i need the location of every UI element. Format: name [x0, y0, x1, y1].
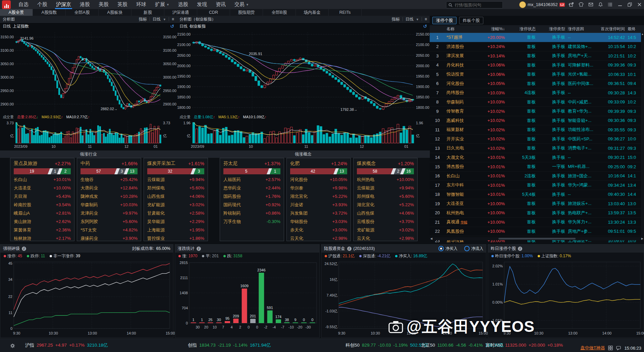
tab-全部A股[interactable]: 全部A股: [66, 9, 99, 16]
table-row[interactable]: 19大连圣亚+10.00%首板换手板旅游娱乐+...13:03:4013:0: [430, 199, 644, 209]
stock-row[interactable]: 莱茵体育+2.36%: [14, 226, 71, 234]
stock-row[interactable]: 甘肃能化+2.58%: [147, 209, 204, 217]
tab-A股全景[interactable]: A股全景: [0, 9, 33, 16]
column-header-6[interactable]: 首次涨停时间: [598, 26, 626, 32]
stock-row[interactable]: 湖北宜化+5.22%: [357, 201, 414, 209]
menu-item-资讯[interactable]: 资讯: [211, 0, 230, 9]
tab-沪深港通[interactable]: 沪深港通: [164, 9, 197, 16]
table-row[interactable]: 6河化股份+10.05%首板换手板医药中间体...09:36:5109:4: [430, 79, 644, 89]
table-row[interactable]: 3津滨发展+10.14%首板换手板房地产+天...10:21:5110:2: [430, 51, 644, 61]
scroll-right-icon[interactable]: ▶: [641, 237, 643, 240]
radio-净流入[interactable]: 净流入: [464, 246, 483, 252]
tab-A股指数[interactable]: A股指数: [33, 9, 66, 16]
message-icon[interactable]: [616, 346, 621, 350]
tab-REITs[interactable]: REITs: [329, 9, 362, 16]
menu-item-发现[interactable]: 发现: [193, 0, 211, 9]
tab-股指期货[interactable]: 股指期货: [230, 9, 263, 16]
tab-新股[interactable]: 新股: [131, 9, 164, 16]
tab-CDR[interactable]: CDR: [197, 9, 230, 16]
undo-icon[interactable]: ↺: [423, 24, 427, 29]
sector-card[interactable]: 景点及旅游+2.27%1912长白山+10.01%大连圣亚+10.00%天目湖+…: [10, 158, 74, 241]
menu-item-环球[interactable]: 环球: [132, 0, 151, 9]
stock-row[interactable]: 杭州热电+10.00%: [357, 175, 414, 184]
tab-涨停个股[interactable]: 涨停个股: [432, 17, 457, 24]
stock-row[interactable]: 华锦股份+3.03%: [290, 217, 347, 226]
grid-icon[interactable]: [608, 346, 613, 350]
stock-row[interactable]: 人福医药+2.57%: [223, 175, 280, 184]
t-trade-tool-link[interactable]: 盘中做T神器: [580, 345, 605, 351]
table-row[interactable]: 20杭州热电+10.00%首板换手板热电联产+...13:59:3713:5: [430, 209, 644, 218]
radio-净买入[interactable]: 净买入: [438, 246, 458, 252]
table-row[interactable]: 5悦达投资+10.06%首板换手板光伏+氢能...10:06:3310:1: [430, 70, 644, 79]
stock-row[interactable]: 龙津药业+9.97%: [80, 209, 138, 217]
stock-row[interactable]: 云天化+2.98%: [290, 234, 347, 241]
stock-row[interactable]: 恩华药业+2.44%: [223, 184, 280, 192]
stock-row[interactable]: 昊华能源+2.29%: [147, 217, 204, 226]
table-row[interactable]: 14大晟文化+10.01%5天3板换手板--09:30:2115:0: [430, 153, 644, 163]
table-row[interactable]: 9传智教育+10.02%首板换手板教育+华为...09:39:3909:3: [430, 107, 644, 116]
sector-card[interactable]: 化肥+1.24%4213河化股份+10.05%华尔泰+9.98%湖北宜化+5.2…: [286, 158, 351, 241]
column-header-2[interactable]: 涨幅%↓: [477, 26, 506, 32]
stock-row[interactable]: 大连圣亚+10.00%: [14, 184, 71, 192]
menu-item-沪深京[interactable]: 沪深京: [52, 0, 75, 9]
menu-lines-icon[interactable]: ≡: [172, 17, 174, 21]
restore-icon[interactable]: [627, 2, 632, 7]
period-dropdown[interactable]: 日线 ▼: [406, 16, 419, 22]
stock-row[interactable]: 国药现代+0.92%: [223, 201, 280, 209]
stock-row[interactable]: 东阿阿胶+5.60%: [80, 217, 138, 226]
stock-row[interactable]: 湖北宜化+5.22%: [290, 192, 347, 201]
menu-item-扩展[interactable]: 扩展▼: [151, 0, 174, 9]
table-row[interactable]: 12开开实业+10.02%首板换手板中医药+SP...09:36:2710:0: [430, 135, 644, 144]
scroll-left-icon[interactable]: ◀: [430, 237, 432, 240]
scroll-thumb[interactable]: [498, 238, 576, 239]
close-icon[interactable]: [637, 2, 642, 7]
stock-row[interactable]: 河化股份+10.05%: [290, 175, 347, 184]
stock-row[interactable]: 天目湖+5.43%: [14, 192, 71, 201]
table-row[interactable]: 4丹化科技+10.06%首板换手板可降解塑料...09:39:3609:3: [430, 61, 644, 70]
table-row[interactable]: 18智微智能+10.01%5天4板换手板--09:40:3014:4: [430, 190, 644, 200]
stock-row[interactable]: *ST太安+4.82%: [80, 226, 138, 234]
stock-row[interactable]: 黄山旅游+2.62%: [14, 217, 71, 226]
sector-card[interactable]: 煤炭开采加工+1.61%323云煤能源+9.94%郑州煤电+5.60%山西焦煤+…: [144, 158, 208, 241]
user-area[interactable]: mx_184106352 L2 ▼: [519, 0, 571, 9]
stock-row[interactable]: 郑州煤电+5.60%: [147, 184, 204, 192]
horizontal-scrollbar[interactable]: ◀▶: [430, 237, 644, 240]
menu-item-自选[interactable]: 自选: [14, 0, 33, 9]
info-icon[interactable]: i: [347, 247, 352, 251]
menu-item-交易[interactable]: 交易▼: [230, 0, 253, 9]
column-header-4[interactable]: 涨停类型: [537, 26, 567, 32]
table-row[interactable]: 21真视通华鲲+10.00%首板换手板华为算力+...13:30:2413:3: [430, 218, 644, 227]
tab-场内基金[interactable]: 场内基金: [296, 9, 329, 16]
column-header-1[interactable]: 名称: [445, 26, 477, 32]
sector-card[interactable]: 芬太尼+1.37%51人福医药+2.57%恩华药业+2.44%国药股份+1.76…: [220, 158, 284, 241]
index-quote-沪指[interactable]: 沪指2967.25+4.97+0.17%3210.18亿: [25, 342, 110, 348]
list-icon[interactable]: [608, 2, 613, 7]
index-quote-富时A50[interactable]: 富时A5011325.000+20.000+0.18%: [486, 342, 565, 348]
stock-row[interactable]: 川金诺+3.93%: [290, 201, 347, 209]
stock-row[interactable]: 兖矿能源+3.02%: [147, 201, 204, 209]
indicator-button[interactable]: 指标: [392, 16, 400, 22]
skin-shirt-icon[interactable]: [579, 2, 584, 7]
table-row[interactable]: 15博杰股份+10.01%首板一字板MR+机器...09:25:0009:2: [430, 162, 644, 172]
menu-item-选股[interactable]: 选股: [174, 0, 193, 9]
stock-row[interactable]: 晋控煤业+1.86%: [147, 234, 204, 241]
radio-circle-icon[interactable]: [464, 246, 470, 251]
indicator-button[interactable]: 指标: [139, 16, 147, 22]
index-quote-科创50[interactable]: 科创50829.77-10.03-1.19%502.57亿: [345, 342, 431, 348]
stock-row[interactable]: 生物谷+25.42%: [80, 175, 138, 184]
stock-row[interactable]: 岭南控股+3.54%: [14, 201, 71, 209]
stock-row[interactable]: 云煤能源+9.94%: [357, 184, 414, 192]
search-box[interactable]: [446, 1, 503, 8]
period-dropdown[interactable]: 日线 ▼: [153, 16, 166, 22]
sector-card[interactable]: 煤炭概念+1.20%58216杭州热电+10.00%云煤能源+9.94%郑州煤电…: [353, 158, 418, 241]
menu-item-美股[interactable]: 美股: [94, 0, 113, 9]
vertical-scrollbar[interactable]: ▲: [641, 33, 644, 241]
stock-row[interactable]: 长白山+10.01%: [14, 175, 71, 184]
sector-card[interactable]: 中药+1.66%57313生物谷+25.42%大唐药业+12.84%陇神戎发+1…: [77, 158, 141, 241]
stock-row[interactable]: 郑州煤电+5.60%: [357, 192, 414, 201]
stock-row[interactable]: 桂林旅游+2.17%: [14, 234, 71, 241]
stock-row[interactable]: 兴发集团+3.72%: [290, 209, 347, 217]
stock-row[interactable]: 大唐药业+12.84%: [80, 184, 138, 192]
info-icon[interactable]: i: [197, 247, 201, 251]
bell-icon[interactable]: [598, 2, 603, 7]
